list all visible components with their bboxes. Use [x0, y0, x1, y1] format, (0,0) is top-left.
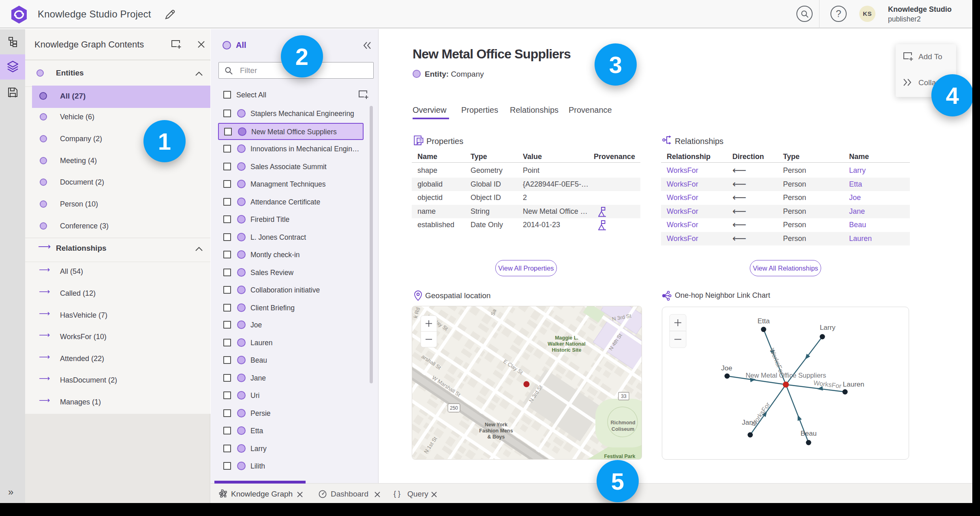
- svg-text:New Metal Office Suppliers: New Metal Office Suppliers: [746, 372, 826, 379]
- svg-text:Festival Park: Festival Park: [604, 454, 635, 459]
- svg-text:Larry: Larry: [820, 324, 836, 331]
- svg-text:Joe: Joe: [721, 364, 732, 372]
- svg-text:Maggie L.: Maggie L.: [555, 335, 578, 341]
- svg-text:Coliseum: Coliseum: [612, 426, 634, 432]
- svg-text:Richmond: Richmond: [610, 420, 635, 426]
- svg-text:250: 250: [450, 405, 458, 411]
- svg-text:Walker National: Walker National: [548, 341, 585, 347]
- svg-text:Lauren: Lauren: [843, 381, 864, 388]
- svg-text:Beau: Beau: [800, 430, 817, 437]
- svg-text:& Boys: & Boys: [487, 434, 505, 440]
- svg-text:33: 33: [621, 393, 627, 399]
- svg-text:Etta: Etta: [757, 317, 770, 325]
- svg-text:Fashion Mens: Fashion Mens: [479, 428, 513, 434]
- svg-text:Historic Site: Historic Site: [552, 347, 582, 353]
- svg-text:WorksFor: WorksFor: [750, 401, 772, 428]
- svg-text:New York: New York: [485, 422, 507, 428]
